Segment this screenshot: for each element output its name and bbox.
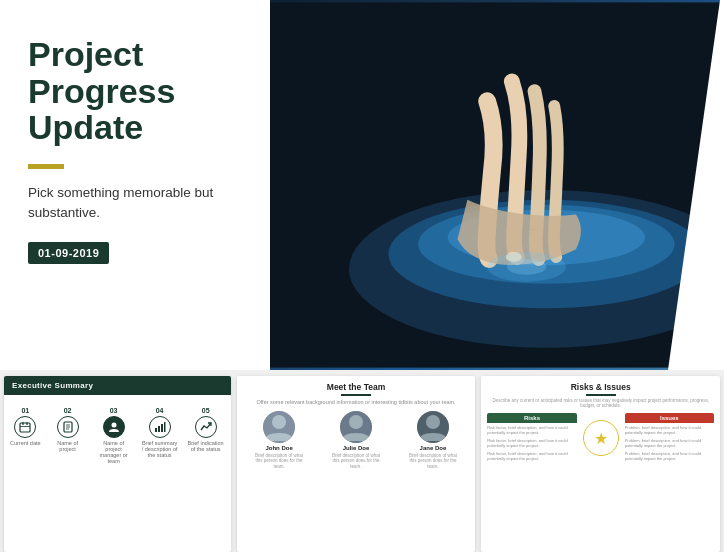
exec-item-4: 04 Brief summary / description of the st…	[141, 407, 179, 464]
risks-subtitle: Describe any current or anticipated risk…	[487, 398, 714, 408]
team-member-1: John Doe Brief description of what this …	[252, 411, 307, 471]
exec-num-4: 04	[156, 407, 164, 414]
slide-date: 01-09-2019	[28, 242, 109, 264]
exec-item-5: 05 Brief indication of the status	[187, 407, 225, 464]
member-name-3: Jane Doe	[420, 445, 447, 451]
exec-icon-3	[103, 416, 125, 438]
svg-point-24	[349, 415, 363, 429]
hand-graphic	[270, 0, 724, 370]
member-avatar-3	[417, 411, 449, 443]
member-name-1: John Doe	[265, 445, 292, 451]
star-icon: ★	[583, 420, 619, 456]
issues-column: Issues Problem, brief description, and h…	[625, 413, 714, 465]
exec-label-1: Current date	[10, 440, 41, 446]
member-desc-2: Brief description of what this person do…	[329, 453, 384, 471]
svg-rect-18	[158, 426, 160, 432]
exec-icon-1	[14, 416, 36, 438]
top-slide: ProjectProgressUpdate Pick something mem…	[0, 0, 724, 370]
member-name-2: Julie Doe	[343, 445, 370, 451]
exec-icon-5	[195, 416, 217, 438]
slide-left: ProjectProgressUpdate Pick something mem…	[0, 0, 270, 370]
exec-header: Executive Summary	[4, 376, 231, 395]
member-avatar-2	[340, 411, 372, 443]
exec-label-3: Name of project manager or team	[95, 440, 133, 464]
issue-text-2: Problem, brief description, and how it c…	[625, 438, 714, 449]
issue-text-1: Problem, brief description, and how it c…	[625, 425, 714, 436]
member-avatar-1	[263, 411, 295, 443]
issues-header: Issues	[625, 413, 714, 423]
exec-label-4: Brief summary / description of the statu…	[141, 440, 179, 458]
member-desc-1: Brief description of what this person do…	[252, 453, 307, 471]
team-members-list: John Doe Brief description of what this …	[243, 411, 470, 471]
svg-point-7	[507, 259, 546, 275]
slide-hero-image	[270, 0, 724, 370]
exec-label-5: Brief indication of the status	[187, 440, 225, 452]
exec-icon-4	[149, 416, 171, 438]
team-title-underline	[341, 394, 371, 396]
svg-point-16	[111, 423, 116, 428]
exec-icons-row: 01 Current date 02 Name of project 0	[10, 407, 225, 464]
svg-rect-17	[155, 428, 157, 432]
risks-center-graphic: ★	[581, 413, 621, 465]
issue-text-3: Problem, brief description, and how it c…	[625, 451, 714, 462]
exec-label-2: Name of project	[49, 440, 87, 452]
team-title: Meet the Team	[243, 382, 470, 392]
risks-header: Risks	[487, 413, 576, 423]
exec-item-2: 02 Name of project	[49, 407, 87, 464]
team-member-3: Jane Doe Brief description of what this …	[405, 411, 460, 471]
svg-rect-19	[161, 424, 163, 432]
risks-title-underline	[586, 394, 616, 396]
risks-column: Risks Risk factor, brief description, an…	[487, 413, 576, 465]
team-subtitle: Offer some relevant background informati…	[243, 399, 470, 405]
slide-subtitle: Pick something memorable but substantive…	[28, 183, 242, 224]
exec-num-2: 02	[64, 407, 72, 414]
exec-item-3: 03 Name of project manager or team	[95, 407, 133, 464]
svg-point-26	[426, 415, 440, 429]
exec-item-1: 01 Current date	[10, 407, 41, 464]
risks-issues-slide: Risks & Issues Describe any current or a…	[481, 376, 720, 552]
exec-body: 01 Current date 02 Name of project 0	[4, 395, 231, 552]
risks-title: Risks & Issues	[487, 382, 714, 392]
svg-rect-8	[20, 423, 30, 432]
team-member-2: Julie Doe Brief description of what this…	[329, 411, 384, 471]
slide-title: ProjectProgressUpdate	[28, 36, 242, 146]
exec-icon-2	[57, 416, 79, 438]
exec-num-1: 01	[21, 407, 29, 414]
exec-num-5: 05	[202, 407, 210, 414]
risk-text-2: Risk factor, brief description, and how …	[487, 438, 576, 449]
executive-summary-slide: Executive Summary 01 Current date 02	[4, 376, 231, 552]
risk-text-3: Risk factor, brief description, and how …	[487, 451, 576, 462]
exec-num-3: 03	[110, 407, 118, 414]
risks-content: Risks Risk factor, brief description, an…	[487, 413, 714, 465]
slide-divider	[28, 164, 64, 169]
bottom-slides-row: Executive Summary 01 Current date 02	[0, 370, 724, 552]
meet-the-team-slide: Meet the Team Offer some relevant backgr…	[237, 376, 476, 552]
svg-rect-20	[164, 422, 166, 432]
risk-text-1: Risk factor, brief description, and how …	[487, 425, 576, 436]
svg-point-22	[272, 415, 286, 429]
member-desc-3: Brief description of what this person do…	[405, 453, 460, 471]
